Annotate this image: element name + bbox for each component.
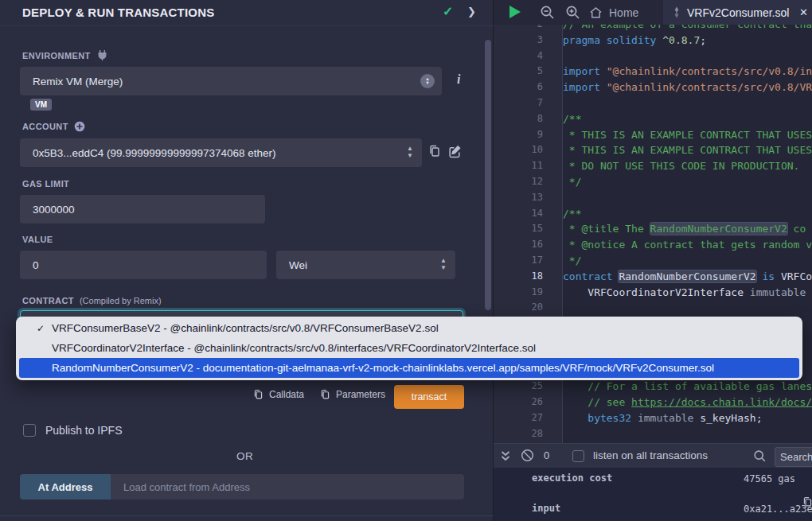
panel-header: DEPLOY & RUN TRANSACTIONS ✓ ❯: [0, 0, 494, 26]
code-line[interactable]: 8/**: [494, 111, 812, 127]
terminal-row: execution cost47565 gas: [494, 468, 812, 498]
line-number: 2: [494, 25, 556, 33]
parameters-action[interactable]: Parameters: [320, 389, 385, 400]
panel-scrollbar[interactable]: [485, 40, 491, 310]
account-select[interactable]: 0x5B3...eddC4 (99.99999999999997374068 e…: [20, 138, 422, 167]
line-number: 7: [494, 95, 556, 111]
contract-option[interactable]: VRFCoordinatorV2Interface - @chainlink/c…: [16, 338, 802, 358]
line-number: 14: [494, 206, 556, 222]
contract-option[interactable]: ✓VRFConsumerBaseV2 - @chainlink/contract…: [16, 318, 802, 338]
line-number: 5: [494, 64, 556, 80]
contract-option-label: VRFCoordinatorV2Interface - @chainlink/c…: [52, 342, 536, 354]
contract-option[interactable]: RandomNumberConsumerV2 - documentation-g…: [19, 358, 799, 378]
transact-button[interactable]: transact: [394, 385, 464, 409]
gas-limit-label: GAS LIMIT: [22, 179, 69, 189]
or-label: OR: [0, 450, 490, 462]
remix-ide-screen: DEPLOY & RUN TRANSACTIONS ✓ ❯ ENVIRONMEN…: [0, 0, 812, 521]
close-tab-icon[interactable]: ✕: [799, 6, 808, 18]
code-line[interactable]: 14/**: [494, 206, 812, 222]
code-region[interactable]: 2// An example of a consumer contract th…: [494, 25, 812, 443]
listen-all-transactions-checkbox[interactable]: [572, 450, 584, 462]
plug-icon: [96, 49, 108, 61]
line-number: 12: [494, 174, 556, 190]
contract-option-label: VRFConsumerBaseV2 - @chainlink/contracts…: [52, 322, 439, 334]
line-number: 6: [494, 80, 556, 95]
zoom-in-icon[interactable]: [565, 5, 580, 20]
line-number: 11: [494, 158, 556, 174]
compile-success-check-icon: ✓: [443, 4, 453, 19]
code-line[interactable]: 19 VRFCoordinatorV2Interface immutable: [494, 285, 812, 301]
vm-badge: VM: [30, 99, 52, 111]
code-line[interactable]: 7: [494, 95, 812, 111]
line-number: 17: [494, 253, 556, 269]
clear-console-block-icon[interactable]: [521, 449, 534, 462]
info-icon[interactable]: i: [457, 72, 460, 87]
terminal-toolbar: 0 listen on all transactions: [494, 443, 812, 468]
tab-home[interactable]: Home: [583, 0, 659, 25]
copy-calldata-icon[interactable]: [253, 389, 264, 400]
solidity-icon: [673, 6, 681, 18]
line-number: 4: [494, 49, 556, 64]
code-line[interactable]: 25 // For a list of available gas lanes: [494, 379, 812, 395]
zoom-out-icon[interactable]: [540, 5, 555, 20]
selected-check-icon: ✓: [37, 323, 52, 334]
publish-ipfs-checkbox[interactable]: [23, 424, 36, 437]
line-number: 20: [494, 300, 556, 316]
value-unit-select[interactable]: Wei ▲▼: [276, 251, 455, 279]
code-line[interactable]: 18contract RandomNumberConsumerV2 is VRF…: [494, 269, 812, 285]
code-line[interactable]: 13: [494, 190, 812, 206]
code-line[interactable]: 10 * THIS IS AN EXAMPLE CONTRACT THAT US…: [494, 142, 812, 158]
at-address-input[interactable]: [111, 474, 464, 500]
gas-limit-input[interactable]: [20, 195, 265, 224]
line-number: 27: [494, 410, 556, 426]
environment-select[interactable]: Remix VM (Merge) ▲▼: [20, 67, 442, 95]
line-number: 8: [494, 111, 556, 127]
copy-account-icon[interactable]: [428, 145, 441, 157]
deploy-run-panel: DEPLOY & RUN TRANSACTIONS ✓ ❯ ENVIRONMEN…: [0, 0, 494, 521]
value-input[interactable]: [20, 251, 267, 279]
code-line[interactable]: 12 */: [494, 174, 812, 190]
code-line[interactable]: 20: [494, 300, 812, 316]
section-divider: [0, 515, 494, 516]
code-line[interactable]: 9 * THIS IS AN EXAMPLE CONTRACT THAT USE…: [494, 127, 812, 143]
listen-all-transactions-label: listen on all transactions: [593, 449, 708, 461]
contract-dropdown-list: ✓VRFConsumerBaseV2 - @chainlink/contract…: [16, 317, 802, 380]
code-line[interactable]: 6import "@chainlink/contracts/src/v0.8/V…: [494, 80, 812, 95]
code-line[interactable]: 2// An example of a consumer contract th…: [494, 25, 812, 33]
code-line[interactable]: 26 // see https://docs.chain.link/docs/: [494, 395, 812, 410]
line-number: 9: [494, 127, 556, 143]
calldata-action[interactable]: Calldata: [253, 389, 304, 400]
code-line[interactable]: 15 * @title The RandomNumberConsumerV2 c…: [494, 221, 812, 237]
code-line[interactable]: 4: [494, 49, 812, 64]
line-number: 10: [494, 142, 556, 158]
code-line[interactable]: 27 bytes32 immutable s_keyHash;: [494, 410, 812, 426]
code-line[interactable]: 28: [494, 426, 812, 442]
add-account-icon[interactable]: [74, 121, 85, 132]
line-number: 28: [494, 426, 556, 442]
select-stepper-icon: ▲▼: [420, 74, 435, 88]
code-line[interactable]: 5import "@chainlink/contracts/src/v0.8/i…: [494, 64, 812, 80]
terminal-search-input[interactable]: [775, 447, 812, 467]
edit-account-icon[interactable]: [448, 145, 462, 158]
tab-vrfv2consumer[interactable]: VRFv2Consumer.sol ✕: [663, 0, 812, 25]
line-number: 15: [494, 221, 556, 237]
at-address-button[interactable]: At Address: [20, 474, 111, 500]
code-line[interactable]: 11 * DO NOT USE THIS CODE IN PRODUCTION.: [494, 158, 812, 174]
expand-terminal-icon[interactable]: [500, 450, 511, 462]
transaction-count-badge: 0: [544, 449, 549, 461]
terminal-row-label: execution cost: [532, 472, 612, 484]
code-line[interactable]: 16 * @notice A contract that gets random…: [494, 237, 812, 253]
collapse-panel-chevron-icon[interactable]: ❯: [467, 6, 476, 17]
environment-label: ENVIRONMENT: [22, 49, 108, 61]
copy-gas-icon[interactable]: [802, 496, 812, 507]
editor-tab-bar: Home VRFv2Consumer.sol ✕: [494, 0, 812, 25]
run-script-play-icon[interactable]: [509, 6, 521, 18]
search-icon: [753, 449, 767, 463]
contract-label: CONTRACT (Compiled by Remix): [22, 296, 162, 305]
line-number: 3: [494, 33, 556, 49]
code-line[interactable]: 17 */: [494, 253, 812, 269]
copy-parameters-icon[interactable]: [320, 389, 330, 400]
terminal-row-label: input: [532, 503, 560, 514]
code-line[interactable]: 3pragma solidity ^0.8.7;: [494, 33, 812, 49]
home-icon: [589, 6, 603, 19]
